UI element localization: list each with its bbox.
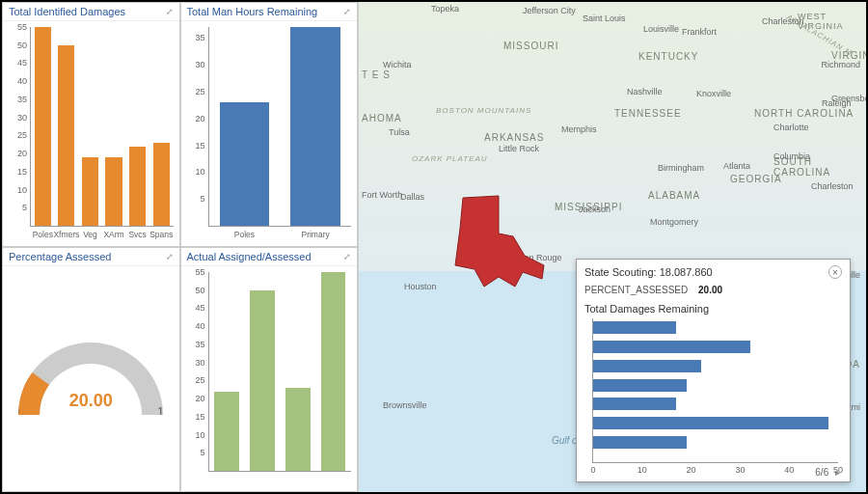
mtn-boston: BOSTON MOUNTAINS: [436, 106, 531, 115]
city-frankfort: Frankfort: [682, 27, 717, 37]
popup-title: State Scouting: 18.087.860: [584, 266, 713, 278]
city-louisville: Louisville: [643, 24, 679, 34]
panel-actual-title: Actual Assigned/Assessed: [187, 251, 312, 262]
state-ncarolina: NORTH CAROLINA: [754, 108, 854, 119]
gauge-chart: 0 100 20.00: [3, 266, 179, 491]
manhours-chart: 5101520253035PolesPrimary: [181, 21, 358, 246]
city-littlerock: Little Rock: [499, 144, 539, 153]
panel-actual: Actual Assigned/Assessed ⤢ 5101520253035…: [180, 247, 359, 492]
popup-attr-value: 20.00: [698, 285, 722, 295]
city-saintlouis: Saint Louis: [583, 14, 626, 23]
popup-chart: 01020304050: [592, 318, 838, 463]
city-richmond: Richmond: [821, 60, 860, 69]
popup-pager: 6/6: [815, 467, 828, 478]
expand-icon[interactable]: ⤢: [343, 7, 351, 16]
close-icon[interactable]: ×: [828, 265, 842, 279]
highlight-louisiana[interactable]: [446, 190, 561, 306]
city-nashville: Nashville: [627, 87, 663, 96]
city-greensboro: Greensboro: [831, 94, 866, 103]
city-charlestonwv: Charleston: [762, 16, 804, 26]
state-tennessee: TENNESSEE: [614, 108, 682, 119]
city-atlanta: Atlanta: [723, 161, 750, 171]
state-alabama: ALABAMA: [648, 190, 700, 201]
actual-chart: 510152025303540455055: [181, 266, 358, 491]
panel-percent-title: Percentage Assessed: [9, 251, 111, 262]
panel-damages: Total Identified Damages ⤢ 5101520253035…: [2, 2, 180, 247]
panel-manhours-title: Total Man Hours Remaining: [187, 6, 318, 17]
popup-attr-label: PERCENT_ASSESSED: [584, 285, 688, 295]
state-arkansas: ARKANSAS: [484, 132, 544, 143]
map-popup: State Scouting: 18.087.860 × PERCENT_ASS…: [576, 259, 851, 482]
city-brownsville: Brownsville: [383, 400, 427, 410]
mtn-ozark: OZARK PLATEAU: [412, 154, 488, 163]
map[interactable]: MISSOURI T E S AHOMA ARKANSAS TENNESSEE …: [359, 2, 866, 492]
city-houston: Houston: [404, 282, 437, 291]
damages-chart: 510152025303540455055PolesXfmersVegXArmS…: [3, 21, 179, 246]
city-montgomery: Montgomery: [650, 217, 698, 227]
city-birmingham: Birmingham: [658, 163, 704, 173]
city-knoxville: Knoxville: [696, 89, 731, 98]
city-dallas: Dallas: [400, 192, 424, 202]
city-charleston: Charleston: [811, 181, 854, 191]
city-columbia: Columbia: [773, 151, 810, 161]
city-charlotte: Charlotte: [773, 123, 809, 132]
expand-icon[interactable]: ⤢: [166, 7, 174, 16]
expand-icon[interactable]: ⤢: [343, 252, 351, 261]
panel-percent: Percentage Assessed ⤢ 0 100 20.00: [2, 247, 180, 492]
panel-damages-title: Total Identified Damages: [9, 6, 125, 17]
panel-manhours: Total Man Hours Remaining ⤢ 510152025303…: [180, 2, 359, 247]
city-fortworth: Fort Worth: [362, 190, 402, 200]
city-tulsa: Tulsa: [389, 127, 410, 137]
city-jefferson: Jefferson City: [523, 6, 576, 15]
popup-chart-title: Total Damages Remaining: [584, 303, 842, 315]
city-wichita: Wichita: [383, 60, 412, 69]
city-jackson: Jackson: [579, 205, 610, 214]
gauge: 0 100 20.00: [18, 343, 163, 415]
expand-icon[interactable]: ⤢: [166, 252, 174, 261]
gauge-value: 20.00: [18, 391, 163, 411]
city-memphis: Memphis: [561, 124, 597, 134]
state-missouri: MISSOURI: [503, 41, 558, 51]
state-tes: T E S: [362, 69, 391, 80]
city-topeka: Topeka: [431, 4, 459, 14]
state-kentucky: KENTUCKY: [638, 51, 698, 62]
state-ahoma: AHOMA: [362, 113, 402, 124]
